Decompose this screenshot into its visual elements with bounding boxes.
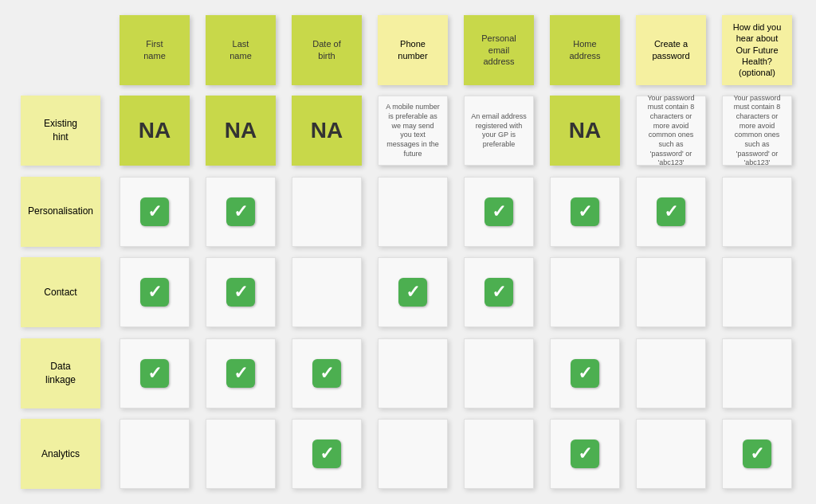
check-note: ✓ xyxy=(292,419,362,489)
cell-data-linkage-how-did-you-hear xyxy=(717,336,797,411)
checkmark-icon: ✓ xyxy=(312,440,341,468)
cell-analytics-phone-number xyxy=(373,417,453,492)
cell-personalisation-personal-email: ✓ xyxy=(459,174,539,249)
empty-note xyxy=(292,177,362,247)
cell-data-linkage-phone-number xyxy=(373,336,453,411)
row-label-existing-hint: Existing hint xyxy=(13,94,108,169)
check-note: ✓ xyxy=(550,338,620,408)
checkmark-icon: ✓ xyxy=(140,197,169,226)
cell-existing-hint-personal-email: An email address registered with your GP… xyxy=(459,94,539,169)
row-label-contact: Contact xyxy=(13,256,108,330)
row-label-personalisation: Personalisation xyxy=(13,174,108,249)
empty-note xyxy=(636,338,706,408)
header-col-last-name: Last name xyxy=(201,13,280,88)
check-note: ✓ xyxy=(120,338,190,408)
empty-note xyxy=(636,257,706,327)
na-note: NA xyxy=(206,96,276,166)
cell-analytics-date-of-birth: ✓ xyxy=(287,417,367,492)
cell-contact-date-of-birth xyxy=(287,256,367,330)
empty-note xyxy=(206,419,276,489)
cell-personalisation-date-of-birth xyxy=(287,174,367,249)
cell-personalisation-phone-number xyxy=(373,174,453,249)
check-note: ✓ xyxy=(292,338,362,408)
checkmark-icon: ✓ xyxy=(571,359,599,388)
cell-analytics-first-name xyxy=(115,417,194,492)
cell-personalisation-create-password: ✓ xyxy=(631,174,711,249)
row-label-text-analytics: Analytics xyxy=(21,419,100,489)
check-note: ✓ xyxy=(206,257,276,327)
empty-note xyxy=(378,419,448,489)
cell-existing-hint-phone-number: A mobile number is preferable as we may … xyxy=(373,94,453,169)
main-grid: First nameLast nameDate of birthPhone nu… xyxy=(0,0,816,504)
check-note: ✓ xyxy=(120,177,190,247)
checkmark-icon: ✓ xyxy=(484,278,513,307)
empty-note xyxy=(120,419,190,489)
header-col-create-password: Create a password xyxy=(631,13,711,88)
hint-note: Your password must contain 8 characters … xyxy=(636,96,706,166)
cell-existing-hint-how-did-you-hear: Your password must contain 8 characters … xyxy=(717,94,797,169)
cell-contact-home-address xyxy=(545,256,625,330)
check-note: ✓ xyxy=(464,177,534,247)
check-note: ✓ xyxy=(636,177,706,247)
cell-contact-personal-email: ✓ xyxy=(459,256,539,330)
na-note: NA xyxy=(120,96,190,166)
cell-existing-hint-first-name: NA xyxy=(115,94,194,169)
header-note-home-address: Home address xyxy=(550,15,620,85)
empty-note xyxy=(464,419,534,489)
empty-note xyxy=(636,419,706,489)
empty-note xyxy=(722,257,792,327)
cell-existing-hint-create-password: Your password must contain 8 characters … xyxy=(631,94,711,169)
na-note: NA xyxy=(292,96,362,166)
checkmark-icon: ✓ xyxy=(140,278,169,307)
cell-data-linkage-personal-email xyxy=(459,336,539,411)
hint-note: An email address registered with your GP… xyxy=(464,96,534,166)
cell-data-linkage-create-password xyxy=(631,336,711,411)
row-label-data-linkage: Data linkage xyxy=(13,336,108,411)
empty-note xyxy=(722,338,792,408)
header-col-first-name: First name xyxy=(115,13,194,88)
checkmark-icon: ✓ xyxy=(140,359,169,388)
header-note-date-of-birth: Date of birth xyxy=(292,15,362,85)
header-note-how-did-you-hear: How did you hear about Our Future Health… xyxy=(722,15,792,85)
header-note-first-name: First name xyxy=(120,15,190,85)
check-note: ✓ xyxy=(120,257,190,327)
cell-data-linkage-home-address: ✓ xyxy=(545,336,625,411)
check-note: ✓ xyxy=(722,419,792,489)
cell-contact-last-name: ✓ xyxy=(201,256,280,330)
hint-note: A mobile number is preferable as we may … xyxy=(378,96,448,166)
cell-existing-hint-last-name: NA xyxy=(201,94,280,169)
cell-personalisation-how-did-you-hear xyxy=(717,174,797,249)
checkmark-icon: ✓ xyxy=(571,440,599,468)
empty-note xyxy=(464,338,534,408)
checkmark-icon: ✓ xyxy=(312,359,341,388)
check-note: ✓ xyxy=(550,419,620,489)
checkmark-icon: ✓ xyxy=(657,197,685,226)
row-label-text-personalisation: Personalisation xyxy=(21,177,100,247)
row-label-analytics: Analytics xyxy=(13,417,108,492)
cell-analytics-personal-email xyxy=(459,417,539,492)
header-col-personal-email: Personal email address xyxy=(459,13,539,88)
cell-analytics-last-name xyxy=(201,417,280,492)
checkmark-icon: ✓ xyxy=(743,440,771,468)
check-note: ✓ xyxy=(550,177,620,247)
header-empty xyxy=(13,13,108,88)
checkmark-icon: ✓ xyxy=(484,197,513,226)
checkmark-icon: ✓ xyxy=(226,197,255,226)
cell-contact-first-name: ✓ xyxy=(115,256,194,330)
header-col-date-of-birth: Date of birth xyxy=(287,13,367,88)
cell-data-linkage-first-name: ✓ xyxy=(115,336,194,411)
cell-existing-hint-home-address: NA xyxy=(545,94,625,169)
empty-note xyxy=(378,338,448,408)
cell-personalisation-last-name: ✓ xyxy=(201,174,280,249)
header-col-home-address: Home address xyxy=(545,13,625,88)
header-note-create-password: Create a password xyxy=(636,15,706,85)
header-note-personal-email: Personal email address xyxy=(464,15,534,85)
check-note: ✓ xyxy=(378,257,448,327)
header-note-phone-number: Phone number xyxy=(378,15,448,85)
cell-contact-phone-number: ✓ xyxy=(373,256,453,330)
cell-contact-create-password xyxy=(631,256,711,330)
checkmark-icon: ✓ xyxy=(398,278,427,307)
cell-analytics-how-did-you-hear: ✓ xyxy=(717,417,797,492)
header-col-phone-number: Phone number xyxy=(373,13,453,88)
check-note: ✓ xyxy=(206,177,276,247)
